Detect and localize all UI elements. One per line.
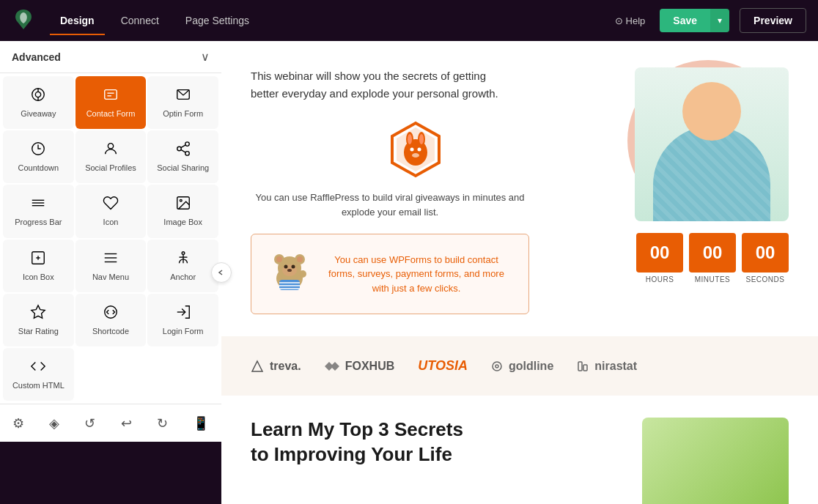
widget-image-box[interactable]: Image Box: [147, 185, 218, 237]
svg-point-10: [185, 142, 189, 147]
bottom-text-section: Learn My Top 3 Secrets to Improving Your…: [221, 396, 818, 504]
main-layout: Advanced ∨ Giveaway: [0, 41, 818, 504]
svg-point-48: [284, 265, 288, 269]
save-dropdown-button[interactable]: ▾: [710, 9, 729, 32]
redo-icon[interactable]: ↻: [151, 412, 174, 434]
svg-point-19: [180, 200, 182, 202]
bottom-heading-col: Learn My Top 3 Secrets to Improving Your…: [251, 418, 627, 467]
contact-form-icon: [103, 86, 119, 105]
tab-page-settings[interactable]: Page Settings: [175, 9, 259, 32]
hours-display: 00: [636, 233, 683, 273]
nav-menu-icon: [103, 250, 119, 268]
sidebar-wrapper: Advanced ∨ Giveaway: [0, 41, 221, 504]
widgets-grid: Giveaway Contact Form: [0, 73, 221, 404]
widget-contact-form[interactable]: Contact Form: [75, 76, 147, 129]
widget-countdown[interactable]: Countdown: [3, 130, 74, 183]
widget-progress-bar[interactable]: Progress Bar: [3, 185, 74, 237]
widget-anchor[interactable]: Anchor: [147, 240, 218, 292]
custom-html-icon: [30, 358, 46, 377]
widget-shortcode[interactable]: Shortcode: [75, 294, 147, 346]
widget-social-sharing[interactable]: Social Sharing: [147, 130, 218, 183]
undo-icon[interactable]: ↩: [115, 412, 138, 434]
raffle-logo-area: [251, 120, 581, 182]
logo-foxhub: FOXHUB: [325, 360, 395, 373]
anchor-icon: [175, 250, 191, 268]
countdown-minutes: 00 MINUTES: [689, 233, 736, 284]
progress-bar-icon: [30, 195, 46, 213]
countdown-timer: 00 HOURS 00 MINUTES 00 SECONDS: [598, 233, 789, 284]
widget-anchor-label: Anchor: [170, 273, 196, 282]
svg-marker-28: [32, 305, 45, 318]
countdown-seconds: 00 SECONDS: [742, 233, 789, 284]
tab-connect[interactable]: Connect: [111, 9, 169, 32]
mobile-preview-icon[interactable]: 📱: [187, 412, 215, 434]
svg-point-46: [297, 256, 303, 262]
help-button[interactable]: ⊙ Help: [615, 15, 646, 26]
widget-progress-bar-label: Progress Bar: [15, 218, 62, 227]
svg-point-49: [292, 265, 295, 269]
widget-countdown-label: Countdown: [18, 163, 59, 173]
wpforms-bear: [269, 252, 310, 296]
svg-point-40: [412, 153, 419, 158]
sidebar-header: Advanced ∨: [0, 41, 221, 73]
svg-point-9: [108, 144, 113, 149]
widget-nav-menu-label: Nav Menu: [92, 273, 129, 282]
widget-social-profiles-label: Social Profiles: [85, 163, 136, 173]
widget-nav-menu[interactable]: Nav Menu: [75, 240, 147, 292]
help-icon: ⊙: [615, 15, 623, 26]
widget-shortcode-label: Shortcode: [92, 327, 129, 336]
widget-icon[interactable]: Icon: [75, 185, 147, 237]
sidebar: Advanced ∨ Giveaway: [0, 41, 221, 442]
svg-point-39: [418, 148, 421, 152]
sidebar-collapse-button[interactable]: ∨: [201, 50, 210, 64]
svg-point-58: [495, 365, 498, 368]
app-logo[interactable]: [12, 9, 35, 32]
svg-point-12: [185, 152, 189, 156]
icon-box-icon: [30, 250, 46, 268]
person-head: [682, 82, 741, 141]
seconds-label: SECONDS: [746, 275, 785, 284]
widget-optin-form[interactable]: Optin Form: [147, 76, 218, 129]
svg-point-57: [493, 362, 501, 371]
preview-button[interactable]: Preview: [740, 8, 806, 33]
svg-point-26: [182, 251, 185, 254]
raffle-sub-text: You can use RafflePress to build viral g…: [251, 190, 529, 219]
logo-nirastat: nirastat: [577, 360, 637, 373]
widget-giveaway[interactable]: Giveaway: [3, 76, 74, 129]
widget-icon-box[interactable]: Icon Box: [3, 240, 74, 292]
seconds-display: 00: [742, 233, 789, 273]
bottom-image-bg: [642, 418, 789, 504]
settings-icon[interactable]: ⚙: [7, 412, 30, 434]
widget-custom-html[interactable]: Custom HTML: [3, 348, 74, 401]
widget-icon-label: Icon: [103, 218, 119, 227]
history-icon[interactable]: ↺: [78, 412, 101, 434]
hours-label: HOURS: [646, 275, 674, 284]
panel-collapse-button[interactable]: [211, 262, 232, 283]
contact-form-box: You can use WPForms to build contact for…: [251, 234, 529, 314]
logos-section: treva. FOXHUB UTOSIA goldline nirastat: [221, 336, 818, 396]
widget-login-form[interactable]: Login Form: [147, 294, 218, 346]
widget-social-sharing-label: Social Sharing: [157, 163, 209, 173]
widget-star-rating[interactable]: Star Rating: [3, 294, 74, 346]
widget-image-box-label: Image Box: [163, 218, 202, 227]
social-profiles-icon: [103, 141, 119, 159]
svg-point-38: [410, 148, 414, 152]
intro-text: This webinar will show you the secrets o…: [251, 67, 500, 103]
shortcode-icon: [103, 304, 119, 322]
svg-point-36: [408, 134, 412, 144]
giveaway-icon: [30, 86, 46, 105]
svg-rect-59: [578, 362, 582, 371]
svg-point-37: [419, 134, 424, 144]
tab-design[interactable]: Design: [50, 9, 105, 32]
widget-custom-html-label: Custom HTML: [12, 381, 65, 390]
login-form-icon: [175, 304, 191, 322]
icon-widget-icon: [103, 195, 119, 213]
bottom-bar: ⚙ ◈ ↺ ↩ ↻ 📱: [0, 404, 221, 442]
countdown-hours: 00 HOURS: [636, 233, 683, 284]
layers-icon[interactable]: ◈: [43, 412, 65, 434]
optin-form-icon: [175, 86, 191, 105]
widget-social-profiles[interactable]: Social Profiles: [75, 130, 147, 183]
widget-icon-box-label: Icon Box: [23, 273, 54, 282]
save-button[interactable]: Save: [660, 9, 710, 32]
image-box-icon: [175, 195, 191, 213]
